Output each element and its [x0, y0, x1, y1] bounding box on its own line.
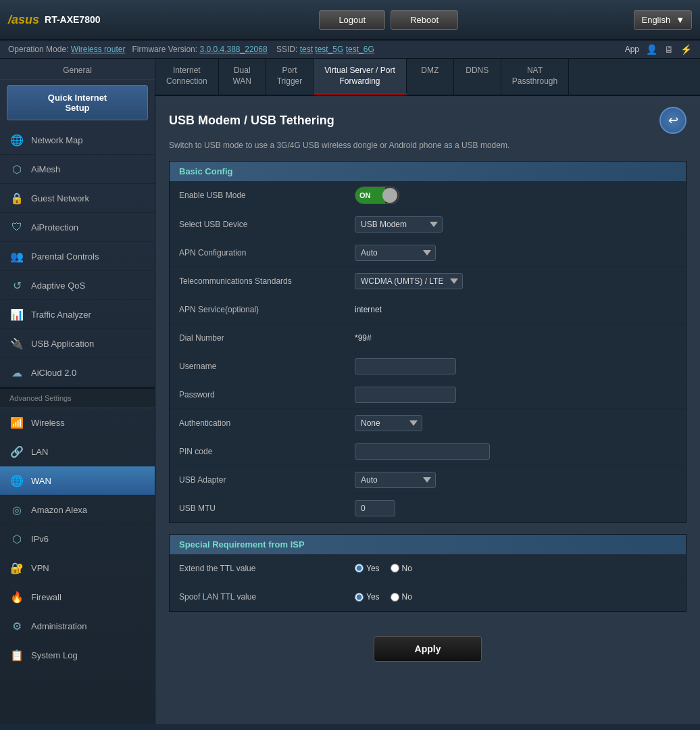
back-arrow-icon: ↩: [668, 113, 678, 128]
extend-ttl-no[interactable]: No: [391, 564, 412, 573]
ssid-test[interactable]: test: [300, 45, 313, 54]
dial-number-label: Dial Number: [179, 333, 355, 343]
sidebar-item-label: Adaptive QoS: [31, 281, 85, 291]
apn-configuration-row: APN Configuration Auto Manual: [170, 239, 686, 267]
username-input[interactable]: [355, 358, 456, 374]
sidebar-item-vpn[interactable]: 🔐 VPN: [0, 554, 155, 583]
page-header: USB Modem / USB Tethering ↩: [169, 107, 686, 134]
firewall-icon: 🔥: [9, 589, 24, 604]
sidebar-item-amazon-alexa[interactable]: ◎ Amazon Alexa: [0, 495, 155, 525]
advanced-settings-title: Advanced Settings: [0, 387, 155, 408]
sidebar-item-label: Traffic Analyzer: [31, 310, 91, 320]
system-log-icon: 📋: [9, 648, 24, 662]
firmware-value[interactable]: 3.0.0.4.388_22068: [199, 45, 267, 54]
ssid-test-5g[interactable]: test_5G: [315, 45, 343, 54]
tab-internet-connection[interactable]: InternetConnection: [155, 59, 219, 95]
sidebar-item-network-map[interactable]: 🌐 Network Map: [0, 126, 155, 155]
language-selector[interactable]: English ▼: [634, 10, 692, 30]
ssid-test-6g[interactable]: test_6G: [346, 45, 374, 54]
tab-virtual-server[interactable]: Virtual Server / PortForwarding: [314, 59, 406, 95]
operation-mode-label: Operation Mode:: [8, 45, 68, 54]
apn-service-label: APN Service(optional): [179, 305, 355, 314]
lan-icon: 🔗: [9, 444, 24, 459]
usb-icon[interactable]: ⚡: [680, 44, 692, 55]
sidebar-item-label: Network Map: [31, 135, 83, 145]
tab-dmz[interactable]: DMZ: [407, 59, 454, 95]
tab-dual-wan[interactable]: DualWAN: [219, 59, 266, 95]
sidebar-item-label: Guest Network: [31, 193, 89, 203]
pin-code-input[interactable]: [355, 443, 490, 460]
authentication-select[interactable]: None PAP CHAP: [355, 415, 422, 431]
select-usb-device[interactable]: USB Modem Android USB Tethering: [355, 216, 443, 233]
network-map-icon: 🌐: [9, 132, 24, 147]
apn-configuration-select[interactable]: Auto Manual: [355, 245, 436, 261]
apn-service-value: internet: [355, 305, 382, 314]
monitor-icon[interactable]: 🖥: [664, 44, 674, 55]
spoof-lan-ttl-radio-group: Yes No: [355, 592, 676, 602]
spoof-lan-ttl-yes[interactable]: Yes: [355, 592, 380, 602]
password-label: Password: [179, 390, 355, 399]
username-row: Username: [170, 352, 686, 381]
select-usb-device-row: Select USB Device USB Modem Android USB …: [170, 210, 686, 239]
extend-ttl-row: Extend the TTL value Yes No: [170, 554, 686, 583]
tab-port-trigger[interactable]: PortTrigger: [266, 59, 314, 95]
adaptive-qos-icon: ↺: [9, 278, 24, 293]
sidebar-item-traffic-analyzer[interactable]: 📊 Traffic Analyzer: [0, 300, 155, 329]
sidebar-item-guest-network[interactable]: 🔒 Guest Network: [0, 184, 155, 213]
toggle-on-label: ON: [355, 187, 385, 203]
sidebar-item-wireless[interactable]: 📶 Wireless: [0, 408, 155, 437]
info-bar: Operation Mode: Wireless router Firmware…: [0, 41, 700, 59]
telco-standards-row: Telecommunications Standards WCDMA (UMTS…: [170, 267, 686, 295]
tab-ddns[interactable]: DDNS: [454, 59, 501, 95]
vpn-icon: 🔐: [9, 560, 24, 575]
apply-section: Apply: [169, 623, 686, 675]
sidebar-item-parental-controls[interactable]: 👥 Parental Controls: [0, 242, 155, 271]
toggle-knob: [382, 188, 397, 203]
chevron-down-icon: ▼: [676, 15, 684, 25]
sidebar-item-usb-application[interactable]: 🔌 USB Application: [0, 329, 155, 358]
quick-setup-button[interactable]: Quick InternetSetup: [7, 85, 148, 120]
sidebar-item-lan[interactable]: 🔗 LAN: [0, 437, 155, 466]
password-input[interactable]: [355, 387, 456, 403]
aicloud-icon: ☁: [9, 365, 24, 380]
logout-button[interactable]: Logout: [319, 10, 385, 30]
sidebar-item-label: Parental Controls: [31, 251, 99, 262]
usb-mtu-input[interactable]: [355, 500, 395, 516]
sidebar-item-ipv6[interactable]: ⬡ IPv6: [0, 525, 155, 554]
sidebar-item-label: Administration: [31, 621, 86, 631]
sidebar-item-administration[interactable]: ⚙ Administration: [0, 612, 155, 641]
aiprotection-icon: 🛡: [9, 220, 24, 235]
page-content: USB Modem / USB Tethering ↩ Switch to US…: [155, 96, 700, 686]
sidebar-item-aimesh[interactable]: ⬡ AiMesh: [0, 155, 155, 184]
sidebar-item-system-log[interactable]: 📋 System Log: [0, 641, 155, 670]
usb-application-icon: 🔌: [9, 336, 24, 351]
wireless-icon: 📶: [9, 415, 24, 430]
telco-standards-select[interactable]: WCDMA (UMTS) / LTE CDMA GSM: [355, 273, 463, 289]
sidebar-item-firewall[interactable]: 🔥 Firewall: [0, 583, 155, 612]
usb-adapter-select[interactable]: Auto Manual: [355, 472, 436, 488]
sidebar: General Quick InternetSetup 🌐 Network Ma…: [0, 59, 155, 724]
authentication-row: Authentication None PAP CHAP: [170, 409, 686, 437]
sidebar-item-label: Wireless: [31, 418, 65, 428]
people-icon[interactable]: 👤: [646, 44, 657, 55]
usb-mode-toggle[interactable]: ON: [355, 187, 399, 204]
tab-nat-passthrough[interactable]: NATPassthrough: [501, 59, 569, 95]
sidebar-item-wan[interactable]: 🌐 WAN: [0, 466, 155, 495]
extend-ttl-label: Extend the TTL value: [179, 564, 355, 573]
reboot-button[interactable]: Reboot: [391, 10, 458, 30]
back-button[interactable]: ↩: [659, 107, 686, 134]
sidebar-item-aiprotection[interactable]: 🛡 AiProtection: [0, 213, 155, 242]
operation-mode-value[interactable]: Wireless router: [71, 45, 126, 54]
language-label: English: [641, 15, 670, 25]
extend-ttl-radio-group: Yes No: [355, 564, 676, 573]
sidebar-item-aicloud[interactable]: ☁ AiCloud 2.0: [0, 358, 155, 387]
apply-button[interactable]: Apply: [374, 636, 482, 662]
spoof-lan-ttl-no[interactable]: No: [391, 592, 412, 602]
extend-ttl-yes[interactable]: Yes: [355, 564, 380, 573]
authentication-label: Authentication: [179, 418, 355, 428]
info-icons: App 👤 🖥 ⚡: [625, 44, 692, 55]
sidebar-item-adaptive-qos[interactable]: ↺ Adaptive QoS: [0, 271, 155, 300]
dial-number-value: *99#: [355, 333, 372, 343]
tabs-bar: InternetConnection DualWAN PortTrigger V…: [155, 59, 700, 96]
asus-logo: /asus: [8, 13, 39, 27]
